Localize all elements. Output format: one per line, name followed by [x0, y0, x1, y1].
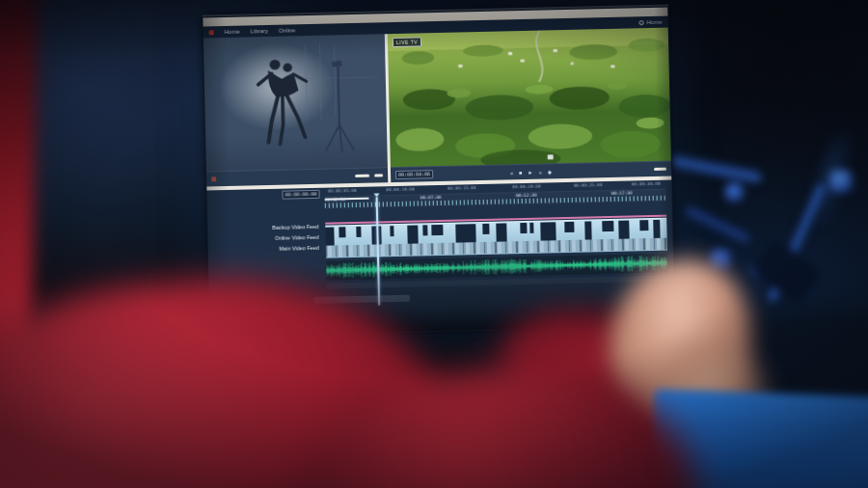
ruler-timestamp: 00:00:15:00 — [448, 185, 476, 191]
ruler-timestamp: 00:00:10:00 — [386, 187, 415, 193]
toolbar-slider-handle[interactable] — [654, 168, 666, 171]
volume-indicator-icon[interactable] — [548, 154, 554, 159]
video-clip[interactable] — [584, 221, 592, 239]
photo-of-video-editing-workstation: HomeLibraryOnline Home — [0, 0, 868, 488]
timeline-timecode: 00:00:00:00 — [282, 190, 319, 200]
rig-arm — [668, 153, 762, 185]
aerial-landscape-footage — [388, 28, 671, 168]
stop-icon[interactable]: ■ — [519, 165, 523, 180]
video-clip[interactable] — [639, 220, 648, 230]
options-icon[interactable]: ◆ — [548, 164, 553, 179]
program-preview-panel: LIVE TV 00:00:04:06 «■►»◆ — [388, 28, 671, 183]
menu-item-online[interactable]: Online — [279, 24, 296, 36]
track-label-3: Main Video Feed — [279, 245, 319, 253]
video-clip[interactable] — [602, 221, 614, 231]
record-indicator-icon — [211, 176, 216, 181]
program-video-viewport[interactable]: LIVE TV — [388, 28, 671, 168]
video-clip[interactable] — [619, 221, 630, 239]
video-clip[interactable] — [356, 227, 362, 237]
ruler-timestamp: 00:00:20:00 — [512, 184, 541, 190]
video-clip[interactable] — [653, 220, 661, 238]
video-clip[interactable] — [325, 227, 334, 245]
rig-arm — [684, 203, 752, 246]
sub-ruler-timestamp: 00:07:30 — [420, 195, 442, 200]
video-clip[interactable] — [496, 223, 506, 241]
video-clip[interactable] — [407, 226, 418, 244]
sub-ruler-timestamp: 00:17:30 — [611, 190, 633, 195]
video-clip[interactable] — [431, 225, 444, 235]
source-video-viewport[interactable] — [203, 34, 388, 171]
sub-ruler-timestamp: 00:02:30 — [325, 197, 346, 202]
studio-floor-shadow — [205, 132, 388, 171]
video-clip[interactable] — [422, 225, 428, 235]
track-label-2: Online Video Feed — [275, 234, 319, 242]
sub-ruler-timestamp: 00:12:30 — [516, 193, 537, 198]
video-clip[interactable] — [530, 223, 534, 233]
account-area[interactable]: Home — [638, 19, 662, 26]
video-clip[interactable] — [391, 226, 394, 236]
track-label-1: Backup Video Feed — [272, 224, 318, 231]
account-circle-icon — [638, 20, 643, 25]
preview-area: LIVE TV 00:00:04:06 «■►»◆ — [203, 28, 671, 187]
video-clip[interactable] — [339, 227, 345, 237]
video-clip[interactable] — [540, 222, 556, 240]
source-preview-panel — [203, 34, 388, 186]
live-badge: LIVE TV — [393, 37, 421, 47]
menu-item-library[interactable]: Library — [251, 25, 269, 37]
toolbar-slider-handle[interactable] — [374, 174, 383, 176]
ruler-timestamp: 00:00:05:00 — [328, 188, 357, 194]
skip-forward-icon[interactable]: » — [539, 164, 542, 179]
program-timecode: 00:00:04:06 — [395, 170, 433, 179]
rig-knob — [725, 183, 744, 202]
video-clip[interactable] — [520, 223, 527, 233]
account-label: Home — [646, 19, 662, 25]
play-icon[interactable]: ► — [528, 164, 533, 179]
video-clip[interactable] — [455, 224, 476, 242]
skip-back-icon[interactable]: « — [510, 165, 513, 180]
menu-item-home[interactable]: Home — [225, 26, 240, 38]
ruler-timestamp: 00:00:25:00 — [574, 182, 603, 188]
app-logo-icon — [209, 30, 214, 35]
video-clip[interactable] — [564, 222, 575, 232]
toolbar-slider-handle[interactable] — [355, 175, 369, 177]
ruler-timestamp: 00:00:30:00 — [632, 181, 661, 187]
rig-mount — [750, 236, 823, 305]
video-clip[interactable] — [482, 224, 489, 234]
